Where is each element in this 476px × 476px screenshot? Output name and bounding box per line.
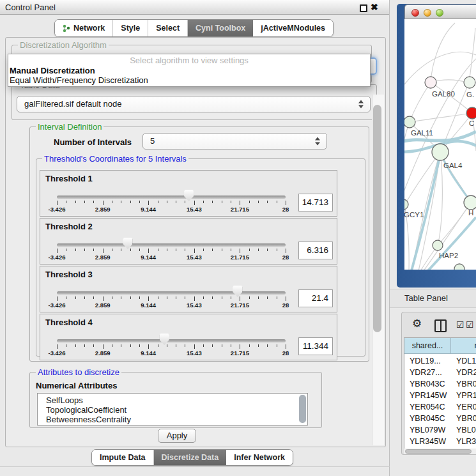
network-node[interactable] <box>432 144 449 160</box>
tick-label: -3.426 <box>49 302 66 309</box>
table-cell[interactable]: YER0 <box>451 401 476 413</box>
minimize-traffic-light-icon[interactable] <box>424 9 431 17</box>
tick-label: -3.426 <box>49 254 66 261</box>
tab-jactivemnodules[interactable]: jActiveMNodules <box>253 20 333 36</box>
network-node[interactable] <box>425 77 436 88</box>
tab-select[interactable]: Select <box>148 20 188 36</box>
slider-handle[interactable] <box>184 190 194 201</box>
attributes-group-title: Attributes to discretize <box>36 367 121 377</box>
tab-label: Select <box>156 20 180 36</box>
content-scrollbar-thumb[interactable] <box>373 105 381 332</box>
table-data-combobox[interactable]: galFiltered.sif default node <box>17 96 371 112</box>
table-cell[interactable]: YPR1 <box>451 390 476 401</box>
table-cell[interactable]: YBR043C <box>404 378 451 390</box>
table-cell[interactable]: YBR0 <box>451 378 476 390</box>
table-cell[interactable]: YDL1 <box>451 355 476 367</box>
table-row[interactable]: YBR043CYBR0 <box>404 378 476 390</box>
attribute-item[interactable]: TopologicalCoefficient <box>38 405 307 415</box>
table-row[interactable]: YLR345WYLR3 <box>404 436 476 447</box>
numerical-attributes-list[interactable]: SelfLoopsTopologicalCoefficientBetweenne… <box>37 393 308 426</box>
threshold-value-field[interactable]: 14.713 <box>298 194 333 211</box>
network-node[interactable] <box>404 116 415 128</box>
table-header-row: shared... n <box>404 338 476 354</box>
network-node[interactable] <box>466 107 476 119</box>
table-hscrollbar[interactable] <box>404 449 476 454</box>
attribute-item[interactable]: SelfLoops <box>38 395 307 405</box>
table-cell[interactable]: YPR145W <box>404 390 451 401</box>
tab-style[interactable]: Style <box>113 20 148 36</box>
table-cell[interactable]: YER054C <box>404 401 451 413</box>
top-tab-bar: NetworkStyleSelectCyni ToolboxjActiveMNo… <box>54 19 334 37</box>
table-row[interactable]: YBR045CYBR0 <box>404 413 476 424</box>
tab-infer-network[interactable]: Infer Network <box>226 450 293 465</box>
table-row[interactable]: YBL079WYBL0 <box>404 424 476 436</box>
table-data-value: galFiltered.sif default node <box>17 96 370 112</box>
number-of-intervals-label: Number of Intervals <box>54 137 132 147</box>
apply-button[interactable]: Apply <box>158 429 196 443</box>
dropdown-option-manual[interactable]: Manual Discretization <box>8 66 370 75</box>
slider-handle[interactable] <box>160 334 169 345</box>
threshold-slider[interactable]: -3.4262.8599.14415.4321.71528 <box>57 171 286 217</box>
split-view-icon[interactable] <box>434 319 447 332</box>
table-row[interactable]: YPR145WYPR1 <box>404 390 476 401</box>
network-node[interactable] <box>433 240 443 250</box>
threshold-value-field[interactable]: 6.316 <box>298 242 333 259</box>
table-cell[interactable]: YBR045C <box>404 413 451 424</box>
column-header-name[interactable]: n <box>451 338 476 354</box>
table-cell[interactable]: YDR2 <box>451 367 476 378</box>
slider-ticks <box>57 201 286 206</box>
float-window-icon[interactable] <box>360 4 367 12</box>
tick-label: 15.43 <box>187 302 202 309</box>
zoom-traffic-light-icon[interactable] <box>436 9 443 17</box>
bottom-divider <box>0 466 390 467</box>
slider-handle[interactable] <box>233 286 242 297</box>
table-cell[interactable]: YDR27... <box>404 367 451 378</box>
threshold-slider[interactable]: -3.4262.8599.14415.4321.71528 <box>57 219 286 265</box>
network-node[interactable] <box>464 77 475 88</box>
slider-track[interactable] <box>57 243 286 247</box>
slider-track[interactable] <box>57 291 286 295</box>
tab-discretize-data[interactable]: Discretize Data <box>154 450 227 465</box>
node-table[interactable]: shared... n YDL19...YDL1YDR27...YDR2YBR0… <box>404 337 476 449</box>
threshold-slider[interactable]: -3.4262.8599.14415.4321.71528 <box>57 314 286 361</box>
network-canvas[interactable]: GAL80G.CGAL11GAL4GCY1HHAP2 <box>404 19 476 270</box>
threshold-slider[interactable]: -3.4262.8599.14415.4321.71528 <box>57 266 286 313</box>
tab-label: Discretize Data <box>162 450 219 465</box>
network-node[interactable] <box>404 199 408 210</box>
table-cell[interactable]: YLR345W <box>404 436 451 447</box>
table-cell[interactable]: YBL0 <box>451 424 476 436</box>
close-traffic-light-icon[interactable] <box>411 9 419 17</box>
tick-label: 21.715 <box>231 254 249 261</box>
thresholds-group-title: Threshold's Coordinates for 5 Intervals <box>42 154 188 164</box>
gear-icon[interactable]: ⚙ <box>412 317 422 330</box>
column-header-shared-name[interactable]: shared... <box>404 338 451 354</box>
threshold-value-field[interactable]: 21.4 <box>298 289 333 307</box>
tab-cyni-toolbox[interactable]: Cyni Toolbox <box>188 20 253 36</box>
table-hscrollbar-thumb[interactable] <box>405 449 472 454</box>
table-cell[interactable]: YBR0 <box>451 413 476 424</box>
attribute-item[interactable]: BetweennessCentrality <box>38 415 307 424</box>
table-cell[interactable]: YLR3 <box>451 436 476 447</box>
table-row[interactable]: YDR27...YDR2 <box>404 367 476 378</box>
table-row[interactable]: YDL19...YDL1 <box>404 355 476 367</box>
network-node[interactable] <box>454 264 464 270</box>
checkbox-icon[interactable]: ☑ <box>466 319 474 330</box>
table-row[interactable]: YER054CYER0 <box>404 401 476 413</box>
tab-network[interactable]: Network <box>55 20 113 36</box>
slider-handle[interactable] <box>123 238 132 249</box>
tab-impute-data[interactable]: Impute Data <box>92 450 154 465</box>
checkbox-icon[interactable]: ☑ <box>456 319 464 330</box>
dropdown-option-equal-width[interactable]: Equal Width/Frequency Discretization <box>8 75 370 85</box>
network-node[interactable] <box>464 196 476 210</box>
close-icon[interactable]: ✖ <box>371 2 378 12</box>
table-cell[interactable]: YBL079W <box>404 424 451 436</box>
slider-track[interactable] <box>57 339 286 342</box>
slider-ticks <box>57 249 286 254</box>
threshold-value-field[interactable]: 11.344 <box>298 337 333 355</box>
slider-track[interactable] <box>57 196 286 199</box>
network-window: GAL80G.CGAL11GAL4GCY1HHAP2 <box>404 4 476 270</box>
number-of-intervals-combobox[interactable]: 5 <box>142 133 327 150</box>
network-window-titlebar[interactable] <box>404 4 476 19</box>
list-scrollbar[interactable] <box>299 395 306 423</box>
table-cell[interactable]: YDL19... <box>404 355 451 367</box>
